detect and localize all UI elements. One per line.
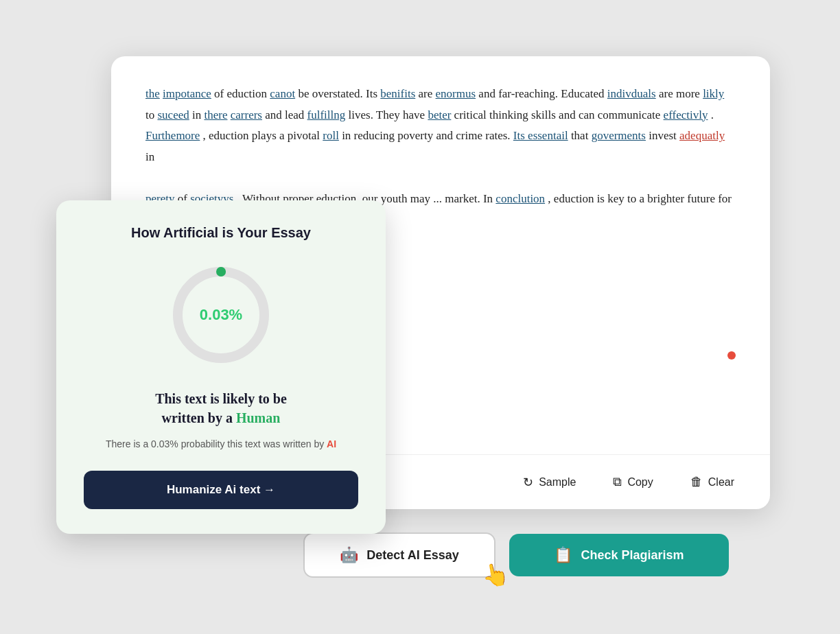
humanize-label: Humanize Ai text →: [167, 483, 275, 496]
text-segment: to: [145, 108, 157, 121]
red-dot-indicator: [727, 351, 736, 360]
text-segment: , eduction is key to a brighter future f…: [548, 192, 732, 205]
word-fulfillng: fulfillng: [307, 108, 346, 121]
text-segment: that: [571, 129, 592, 142]
word-carrers: carrers: [231, 108, 262, 121]
text-segment: are more: [659, 87, 703, 100]
word-roll: roll: [323, 129, 339, 142]
sample-label: Sample: [539, 476, 576, 489]
result-line1: This text is likely to be: [155, 391, 287, 406]
ai-detection-card: How Artificial is Your Essay 0.03% This …: [56, 200, 386, 534]
essay-text: the impotance of eduction canot be overs…: [145, 84, 736, 210]
ai-word: AI: [327, 438, 336, 449]
check-plagiarism-button[interactable]: 📋 Check Plagiarism: [509, 534, 729, 576]
word-enormus: enormus: [436, 87, 476, 100]
text-segment: be overstated. Its: [298, 87, 380, 100]
word-there: there: [204, 108, 227, 121]
word-goverments: goverments: [592, 129, 646, 142]
text-segment: in: [145, 150, 154, 163]
text-segment: are: [419, 87, 436, 100]
word-likly: likly: [703, 87, 724, 100]
ai-card-title: How Artificial is Your Essay: [84, 225, 358, 241]
text-segment: and lead: [265, 108, 307, 121]
text-segment: and far-reaching. Educated: [478, 87, 607, 100]
word-effectivly: effectivly: [664, 108, 708, 121]
main-container: the impotance of eduction canot be overs…: [43, 36, 797, 598]
clear-button[interactable]: 🗑 Clear: [682, 469, 743, 495]
text-segment: in: [192, 108, 204, 121]
copy-button[interactable]: ⧉ Copy: [605, 469, 661, 495]
word-its-essentail: Its essentail: [513, 129, 568, 142]
result-line2: written by a: [162, 410, 233, 425]
plagiarism-icon: 📋: [554, 546, 572, 564]
clear-label: Clear: [708, 476, 734, 489]
trash-icon: 🗑: [690, 475, 703, 489]
detect-wrapper: 🤖 Detect AI Essay 👆: [303, 532, 495, 578]
humanize-button[interactable]: Humanize Ai text →: [84, 471, 358, 509]
word-suceed: suceed: [157, 108, 189, 121]
detect-ai-label: Detect AI Essay: [366, 548, 458, 563]
copy-icon: ⧉: [613, 475, 622, 489]
ai-probability-text: There is a 0.03% probability this text w…: [84, 437, 358, 451]
word-indivduals: indivduals: [607, 87, 656, 100]
donut-percentage: 0.03%: [200, 306, 242, 324]
text-segment: , eduction plays a pivotal: [203, 129, 323, 142]
word-adequatly: adequatly: [679, 129, 725, 142]
ai-result-text: This text is likely to be written by a H…: [84, 389, 358, 427]
text-segment: invest: [649, 129, 679, 142]
text-segment: of eduction: [214, 87, 270, 100]
text-segment: .: [711, 108, 714, 121]
word-furthemore: Furthemore: [145, 129, 200, 142]
donut-container: 0.03%: [84, 260, 358, 370]
detect-ai-button[interactable]: 🤖 Detect AI Essay: [303, 532, 495, 578]
copy-label: Copy: [627, 476, 653, 489]
text-segment: lives. They have: [349, 108, 428, 121]
human-word: Human: [236, 410, 280, 425]
sample-button[interactable]: ↻ Sample: [515, 469, 584, 495]
word-impotance: impotance: [163, 87, 211, 100]
word-beter: beter: [428, 108, 451, 121]
text-segment: in reducing poverty and crime rates.: [342, 129, 513, 142]
probability-main: There is a 0.03% probability this text w…: [106, 438, 324, 449]
plagiarism-label: Check Plagiarism: [581, 548, 684, 563]
word-canot: canot: [270, 87, 295, 100]
word-benifits: benifits: [380, 87, 415, 100]
detect-ai-icon: 🤖: [340, 546, 358, 564]
donut-chart: 0.03%: [166, 260, 276, 370]
word-conclution: conclution: [495, 192, 545, 205]
action-row: 🤖 Detect AI Essay 👆 📋 Check Plagiarism: [111, 532, 770, 578]
sample-icon: ↻: [523, 475, 533, 490]
word-the: the: [145, 87, 160, 100]
text-segment: critical thinking skills and can communi…: [454, 108, 664, 121]
